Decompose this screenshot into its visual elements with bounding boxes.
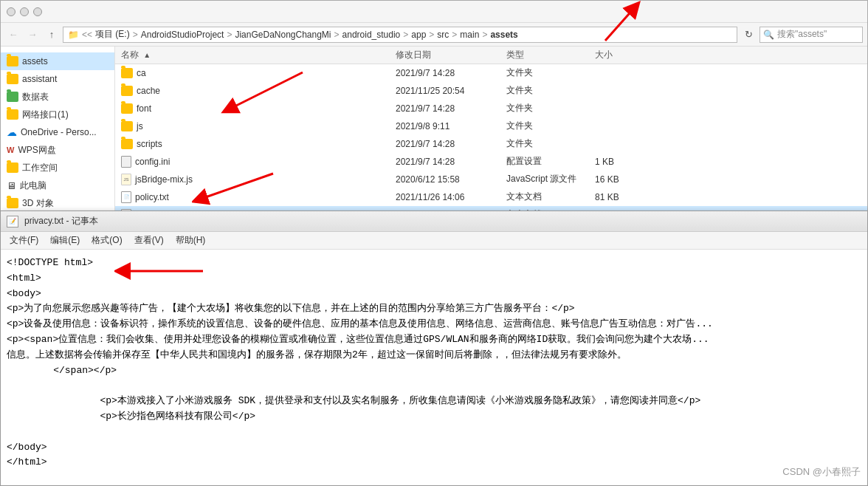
file-name: policy.txt [135, 192, 169, 202]
ini-icon [121, 156, 131, 168]
file-type: 文件夹 [506, 84, 595, 97]
sidebar: assets assistant 数据表 网络接口(1) ☁ OneDrive … [1, 47, 115, 228]
col-header-type[interactable]: 类型 [506, 49, 595, 61]
file-date: 2021/9/7 14:28 [396, 139, 506, 149]
table-row[interactable]: ca 2021/9/7 14:28 文件夹 [115, 64, 867, 82]
table-row[interactable]: font 2021/9/7 14:28 文件夹 [115, 100, 867, 117]
pc-icon: 🖥 [7, 180, 16, 191]
crumb-assets[interactable]: assets [490, 30, 517, 40]
col-header-size[interactable]: 大小 [595, 49, 654, 61]
crumb-project[interactable]: 项目 (E:) [95, 28, 130, 41]
content-line-10: <p>长沙指色网络科技有限公司</p> [7, 409, 861, 425]
content-line-7: </span></p> [7, 363, 861, 379]
crumb-android-studio[interactable]: android_studio [342, 30, 401, 40]
folder-icon [7, 109, 18, 120]
content-line-12: </body> [7, 440, 861, 456]
file-type: 配置设置 [506, 155, 595, 168]
table-row[interactable]: cache 2021/11/25 20:54 文件夹 [115, 82, 867, 100]
sidebar-item-assistant[interactable]: assistant [1, 70, 114, 88]
table-row[interactable]: scripts 2021/9/7 14:28 文件夹 [115, 135, 867, 153]
search-placeholder: 搜索"assets" [777, 28, 827, 41]
sidebar-item-databse[interactable]: 数据表 [1, 88, 114, 106]
content-line-4: <p>设备及使用信息：设备标识符，操作系统的设置信息、设备的硬件信息、应用的基本… [7, 317, 861, 332]
content-line-11 [7, 425, 861, 440]
max-btn[interactable] [33, 7, 42, 16]
content-line-1: <html> [7, 271, 861, 287]
file-name: js [137, 121, 143, 131]
sidebar-item-network[interactable]: 网络接口(1) [1, 106, 114, 123]
table-row[interactable]: config.ini 2021/9/7 14:28 配置设置 1 KB [115, 153, 867, 171]
main-content: 名称 ▲ 修改日期 类型 大小 ca [115, 47, 867, 228]
folder-icon-green [7, 92, 18, 102]
crumb-project-name[interactable]: JianGeDaNongChangMi [235, 30, 331, 40]
sidebar-item-label: OneDrive - Perso... [21, 127, 97, 137]
file-date: 2020/6/12 15:58 [396, 174, 506, 185]
sidebar-item-label: assets [22, 56, 48, 66]
notepad-window: 📝 privacy.txt - 记事本 文件(F) 编辑(E) 格式(O) 查看… [0, 211, 868, 486]
sidebar-item-onedrive[interactable]: ☁ OneDrive - Perso... [1, 123, 114, 141]
content-line-13: </html> [7, 455, 861, 470]
folder-icon [121, 103, 133, 114]
col-header-date[interactable]: 修改日期 [396, 49, 506, 61]
sidebar-item-assets[interactable]: assets [1, 52, 114, 70]
crumb-src[interactable]: src [437, 30, 449, 40]
folder-icon [121, 86, 133, 96]
menu-edit[interactable]: 编辑(E) [44, 233, 86, 249]
sidebar-item-3dobjects[interactable]: 3D 对象 [1, 194, 114, 212]
file-date: 2021/9/7 14:28 [396, 68, 506, 78]
sidebar-item-label: 3D 对象 [22, 197, 54, 210]
menu-view[interactable]: 查看(V) [128, 233, 170, 249]
address-bar[interactable]: 📁 << 项目 (E:) > AndroidStudioProject > Ji… [63, 27, 737, 43]
content-line-9: <p>本游戏接入了小米游戏服务 SDK，提供登录和支付以及实名制服务，所收集信息… [7, 394, 861, 409]
content-line-2: <body> [7, 287, 861, 302]
file-name: config.ini [135, 157, 170, 167]
js-icon: JS [121, 174, 131, 185]
file-list: ca 2021/9/7 14:28 文件夹 cache 2021/11/25 2… [115, 64, 867, 228]
table-row[interactable]: JS jsBridge-mix.js 2020/6/12 15:58 JavaS… [115, 171, 867, 188]
crumb-androidstudio[interactable]: AndroidStudioProject [141, 30, 224, 40]
notepad-menu-bar: 文件(F) 编辑(E) 格式(O) 查看(V) 帮助(H) [1, 232, 867, 250]
notepad-icon: 📝 [7, 216, 18, 227]
close-btn[interactable] [7, 7, 16, 16]
crumb-app[interactable]: app [411, 30, 426, 40]
sidebar-item-thispc[interactable]: 🖥 此电脑 [1, 177, 114, 194]
toolbar: ← → ↑ 📁 << 项目 (E:) > AndroidStudioProjec… [1, 23, 867, 47]
file-type: 文件夹 [506, 120, 595, 132]
content-line-5: <p><span>位置信息：我们会收集、使用并处理您设备的模糊位置或准确位置，这… [7, 332, 861, 348]
menu-format[interactable]: 格式(O) [86, 233, 128, 249]
sidebar-item-workspace[interactable]: 工作空间 [1, 159, 114, 177]
cloud-icon: ☁ [7, 126, 17, 138]
table-row[interactable]: js 2021/9/8 9:11 文件夹 [115, 117, 867, 135]
file-name: jsBridge-mix.js [135, 174, 193, 185]
sort-icon: ▲ [143, 51, 151, 59]
csdn-watermark: CSDN @小春熙子 [782, 465, 861, 479]
content-line-0: <!DOCTYPE html> [7, 256, 861, 271]
up-button[interactable]: ↑ [44, 27, 60, 43]
menu-help[interactable]: 帮助(H) [170, 233, 212, 249]
file-explorer-window: ← → ↑ 📁 << 项目 (E:) > AndroidStudioProjec… [0, 0, 868, 229]
min-btn[interactable] [20, 7, 29, 16]
file-explorer-title-bar [1, 1, 867, 23]
sidebar-item-label: 数据表 [22, 91, 49, 103]
back-button[interactable]: ← [5, 27, 21, 43]
col-header-name[interactable]: 名称 ▲ [115, 49, 396, 61]
folder-icon [121, 121, 133, 131]
file-type: 文件夹 [506, 66, 595, 79]
content-line-8 [7, 378, 861, 394]
sidebar-item-wps[interactable]: W WPS网盘 [1, 141, 114, 159]
file-name: cache [137, 86, 160, 96]
file-date: 2021/9/8 9:11 [396, 121, 506, 131]
search-bar[interactable]: 🔍 搜索"assets" [760, 27, 863, 43]
menu-file[interactable]: 文件(F) [4, 233, 44, 249]
sidebar-item-label: WPS网盘 [18, 144, 55, 157]
forward-button[interactable]: → [24, 27, 41, 43]
file-type: 文件夹 [506, 102, 595, 114]
file-type: 文件夹 [506, 137, 595, 150]
refresh-button[interactable]: ↻ [740, 27, 757, 43]
notepad-content[interactable]: <!DOCTYPE html> <html> <body> <p>为了向您展示您… [1, 250, 867, 485]
table-row[interactable]: 📄 policy.txt 2021/11/26 14:06 文本文档 81 KB [115, 188, 867, 206]
file-name: ca [137, 68, 146, 78]
crumb-main[interactable]: main [460, 30, 479, 40]
file-date: 2021/11/25 20:54 [396, 86, 506, 96]
wps-icon: W [7, 146, 14, 154]
